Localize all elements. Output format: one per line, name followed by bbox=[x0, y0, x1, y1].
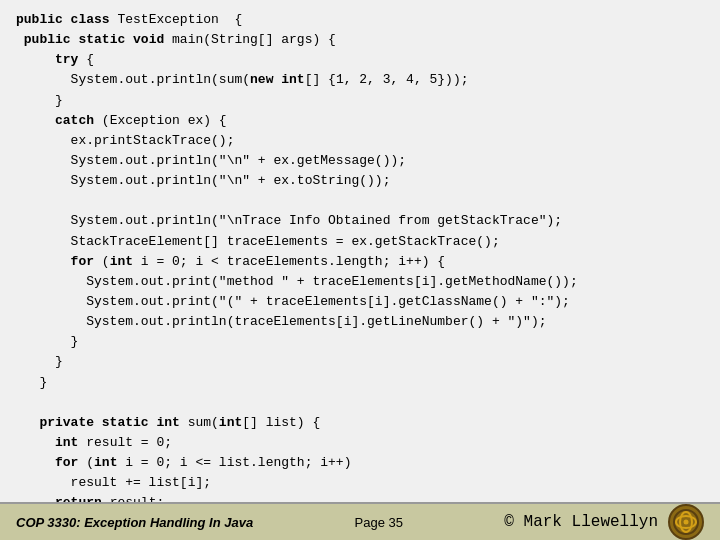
code-line-2: public static void main(String[] args) { bbox=[16, 30, 704, 50]
code-line-23: for (int i = 0; i <= list.length; i++) bbox=[16, 453, 704, 473]
footer-right-group: © Mark Llewellyn bbox=[504, 504, 704, 540]
code-line-14: System.out.print("method " + traceElemen… bbox=[16, 272, 704, 292]
code-line-25: return result; bbox=[16, 493, 704, 502]
code-line-22: int result = 0; bbox=[16, 433, 704, 453]
code-line-3: try { bbox=[16, 50, 704, 70]
footer-page: Page 35 bbox=[355, 515, 403, 530]
code-line-20 bbox=[16, 393, 704, 413]
code-area: public class TestException { public stat… bbox=[0, 0, 720, 502]
footer: COP 3330: Exception Handling In Java Pag… bbox=[0, 502, 720, 540]
code-line-5: } bbox=[16, 91, 704, 111]
code-line-6: catch (Exception ex) { bbox=[16, 111, 704, 131]
code-line-11: System.out.println("\nTrace Info Obtaine… bbox=[16, 211, 704, 231]
code-line-19: } bbox=[16, 373, 704, 393]
code-line-12: StackTraceElement[] traceElements = ex.g… bbox=[16, 232, 704, 252]
footer-logo bbox=[668, 504, 704, 540]
code-line-4: System.out.println(sum(new int[] {1, 2, … bbox=[16, 70, 704, 90]
svg-point-3 bbox=[683, 520, 688, 525]
code-line-21: private static int sum(int[] list) { bbox=[16, 413, 704, 433]
code-line-18: } bbox=[16, 352, 704, 372]
code-line-15: System.out.print("(" + traceElements[i].… bbox=[16, 292, 704, 312]
footer-copyright: © Mark Llewellyn bbox=[504, 513, 658, 531]
code-line-24: result += list[i]; bbox=[16, 473, 704, 493]
code-line-7: ex.printStackTrace(); bbox=[16, 131, 704, 151]
code-line-16: System.out.println(traceElements[i].getL… bbox=[16, 312, 704, 332]
footer-title: COP 3330: Exception Handling In Java bbox=[16, 515, 253, 530]
main-container: public class TestException { public stat… bbox=[0, 0, 720, 540]
code-line-17: } bbox=[16, 332, 704, 352]
logo-icon bbox=[672, 508, 700, 536]
code-line-8: System.out.println("\n" + ex.getMessage(… bbox=[16, 151, 704, 171]
code-line-13: for (int i = 0; i < traceElements.length… bbox=[16, 252, 704, 272]
code-line-10 bbox=[16, 191, 704, 211]
code-line-9: System.out.println("\n" + ex.toString())… bbox=[16, 171, 704, 191]
code-line-1: public class TestException { bbox=[16, 10, 704, 30]
